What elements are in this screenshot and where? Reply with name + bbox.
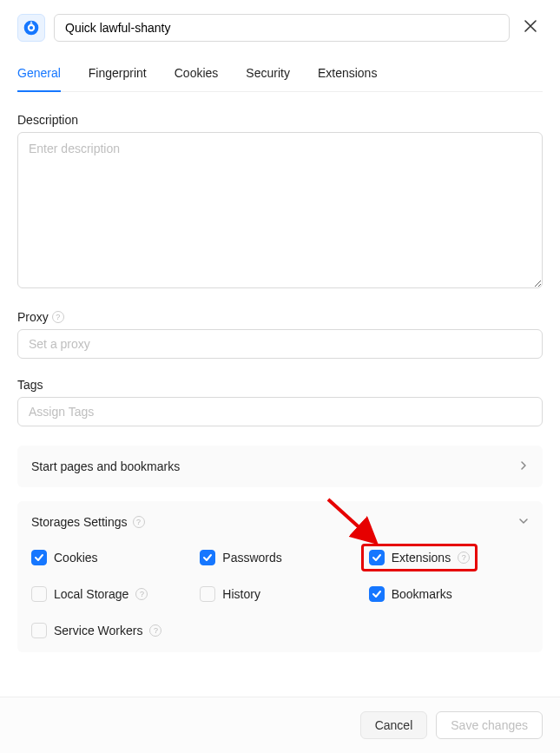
storage-label: Bookmarks [392, 587, 452, 601]
help-icon[interactable]: ? [133, 516, 145, 528]
close-icon [524, 20, 537, 36]
storage-label: Cookies [54, 551, 98, 565]
checkbox[interactable] [200, 586, 215, 602]
chevron-right-icon [518, 459, 529, 473]
checkbox[interactable] [369, 550, 385, 565]
tab-general[interactable]: General [17, 57, 61, 92]
storage-cookies[interactable]: Cookies [31, 550, 191, 565]
checkbox[interactable] [369, 586, 385, 602]
tags-input[interactable] [17, 397, 543, 426]
close-button[interactable] [518, 16, 543, 40]
save-button[interactable]: Save changes [436, 711, 543, 739]
extensions-highlight: Extensions ? [361, 544, 478, 571]
checkbox[interactable] [31, 623, 47, 638]
tab-cookies[interactable]: Cookies [175, 57, 219, 92]
profile-name-input[interactable] [54, 14, 510, 42]
tab-extensions[interactable]: Extensions [318, 57, 377, 92]
description-label: Description [17, 113, 543, 127]
storage-history[interactable]: History [200, 586, 359, 602]
storages-panel-header[interactable]: Storages Settings ? [31, 515, 529, 529]
proxy-label: Proxy [17, 310, 49, 324]
start-pages-panel: Start pages and bookmarks [17, 446, 543, 487]
storage-label: Passwords [222, 551, 281, 565]
start-pages-panel-header[interactable]: Start pages and bookmarks [31, 459, 529, 473]
proxy-input[interactable] [17, 329, 543, 359]
description-textarea[interactable] [17, 132, 543, 288]
help-icon[interactable]: ? [52, 311, 64, 323]
help-icon[interactable]: ? [458, 552, 470, 564]
help-icon[interactable]: ? [135, 588, 148, 600]
storage-label: Extensions [392, 551, 451, 565]
checkbox[interactable] [200, 550, 215, 565]
storage-extensions[interactable]: Extensions ? [369, 550, 470, 565]
storages-label: Storages Settings [31, 515, 128, 529]
tab-fingerprint[interactable]: Fingerprint [89, 57, 147, 92]
tags-label: Tags [17, 378, 543, 392]
svg-point-2 [30, 26, 33, 30]
storage-local-storage[interactable]: Local Storage ? [31, 586, 191, 602]
tabs: General Fingerprint Cookies Security Ext… [17, 57, 543, 92]
help-icon[interactable]: ? [149, 624, 161, 637]
storage-label: Service Workers [54, 624, 142, 637]
start-pages-label: Start pages and bookmarks [31, 459, 180, 473]
storage-label: History [222, 587, 260, 601]
storages-panel: Storages Settings ? Cookies Passwords [17, 501, 543, 652]
storage-bookmarks[interactable]: Bookmarks [369, 586, 529, 602]
checkbox[interactable] [31, 550, 47, 565]
tab-security[interactable]: Security [246, 57, 290, 92]
storage-service-workers[interactable]: Service Workers ? [31, 623, 191, 638]
storage-label: Local Storage [54, 587, 128, 601]
cancel-button[interactable]: Cancel [360, 711, 428, 739]
profile-icon[interactable] [17, 14, 45, 42]
chevron-down-icon [518, 515, 529, 529]
storage-passwords[interactable]: Passwords [200, 550, 359, 565]
checkbox[interactable] [31, 586, 47, 602]
